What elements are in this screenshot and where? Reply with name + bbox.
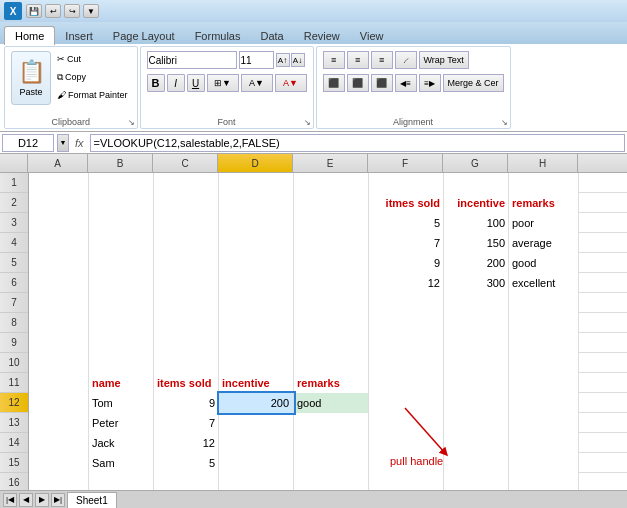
- cell-a14[interactable]: [29, 433, 89, 453]
- cell-h8[interactable]: [509, 313, 579, 333]
- cell-a10[interactable]: [29, 353, 89, 373]
- col-header-c[interactable]: C: [153, 154, 218, 172]
- cell-d3[interactable]: [219, 213, 294, 233]
- cell-h1[interactable]: [509, 173, 579, 193]
- cell-c6[interactable]: [154, 273, 219, 293]
- cell-a15[interactable]: [29, 453, 89, 473]
- cell-g4[interactable]: 150: [444, 233, 509, 253]
- align-right[interactable]: ⬛: [371, 74, 393, 92]
- cell-c15[interactable]: 5: [154, 453, 219, 473]
- cell-f15[interactable]: [369, 453, 444, 473]
- tab-insert[interactable]: Insert: [55, 27, 103, 45]
- cell-c7[interactable]: [154, 293, 219, 313]
- align-top-right[interactable]: ≡: [371, 51, 393, 69]
- cell-h15[interactable]: [509, 453, 579, 473]
- clipboard-expander[interactable]: ↘: [128, 118, 135, 127]
- sheet-nav-next[interactable]: ▶: [35, 493, 49, 507]
- fill-color-button[interactable]: A▼: [241, 74, 273, 92]
- cell-c11[interactable]: items sold: [154, 373, 219, 393]
- cell-d12[interactable]: 200: [219, 393, 294, 413]
- cell-a3[interactable]: [29, 213, 89, 233]
- col-header-a[interactable]: A: [28, 154, 88, 172]
- cell-d14[interactable]: [219, 433, 294, 453]
- cell-c10[interactable]: [154, 353, 219, 373]
- cell-c16[interactable]: [154, 473, 219, 490]
- row-num-7[interactable]: 7: [0, 293, 28, 313]
- cell-e11[interactable]: remarks: [294, 373, 369, 393]
- tab-review[interactable]: Review: [294, 27, 350, 45]
- cell-d15[interactable]: [219, 453, 294, 473]
- alignment-expander[interactable]: ↘: [501, 118, 508, 127]
- align-left[interactable]: ⬛: [323, 74, 345, 92]
- indent-decrease[interactable]: ◀≡: [395, 74, 417, 92]
- cell-e5[interactable]: [294, 253, 369, 273]
- font-size-decrease[interactable]: A↓: [291, 53, 305, 67]
- cell-b14[interactable]: Jack: [89, 433, 154, 453]
- sheet-nav-prev[interactable]: ◀: [19, 493, 33, 507]
- row-num-5[interactable]: 5: [0, 253, 28, 273]
- cell-g6[interactable]: 300: [444, 273, 509, 293]
- cell-d16[interactable]: [219, 473, 294, 490]
- cell-b13[interactable]: Peter: [89, 413, 154, 433]
- cell-e1[interactable]: [294, 173, 369, 193]
- paste-button[interactable]: 📋 Paste: [11, 51, 51, 105]
- cell-d6[interactable]: [219, 273, 294, 293]
- cell-reference[interactable]: [2, 134, 54, 152]
- cell-c12[interactable]: 9: [154, 393, 219, 413]
- cell-d7[interactable]: [219, 293, 294, 313]
- row-num-9[interactable]: 9: [0, 333, 28, 353]
- cell-b6[interactable]: [89, 273, 154, 293]
- cell-e8[interactable]: [294, 313, 369, 333]
- cell-g1[interactable]: [444, 173, 509, 193]
- cell-d5[interactable]: [219, 253, 294, 273]
- cell-h2[interactable]: remarks: [509, 193, 579, 213]
- cell-ref-dropdown[interactable]: ▼: [57, 134, 69, 152]
- cell-h4[interactable]: average: [509, 233, 579, 253]
- cell-a2[interactable]: [29, 193, 89, 213]
- align-center[interactable]: ⬛: [347, 74, 369, 92]
- cell-b4[interactable]: [89, 233, 154, 253]
- cell-e10[interactable]: [294, 353, 369, 373]
- cell-h12[interactable]: [509, 393, 579, 413]
- cell-f16[interactable]: [369, 473, 444, 490]
- font-color-button[interactable]: A▼: [275, 74, 307, 92]
- sheet-nav-last[interactable]: ▶|: [51, 493, 65, 507]
- row-num-3[interactable]: 3: [0, 213, 28, 233]
- cell-f9[interactable]: [369, 333, 444, 353]
- cell-g14[interactable]: [444, 433, 509, 453]
- cell-c8[interactable]: [154, 313, 219, 333]
- cell-f8[interactable]: [369, 313, 444, 333]
- cell-d4[interactable]: [219, 233, 294, 253]
- cell-e6[interactable]: [294, 273, 369, 293]
- quick-save-icon[interactable]: 💾: [26, 4, 42, 18]
- cell-a4[interactable]: [29, 233, 89, 253]
- row-num-2[interactable]: 2: [0, 193, 28, 213]
- cell-b11[interactable]: name: [89, 373, 154, 393]
- cut-button[interactable]: ✂ Cut: [54, 51, 131, 67]
- cell-f10[interactable]: [369, 353, 444, 373]
- cell-f11[interactable]: [369, 373, 444, 393]
- cell-f2[interactable]: itmes sold: [369, 193, 444, 213]
- copy-button[interactable]: ⧉ Copy: [54, 69, 131, 85]
- cell-e12[interactable]: good: [294, 393, 369, 413]
- cell-f3[interactable]: 5: [369, 213, 444, 233]
- underline-button[interactable]: U: [187, 74, 205, 92]
- cell-g12[interactable]: [444, 393, 509, 413]
- row-num-11[interactable]: 11: [0, 373, 28, 393]
- cell-e13[interactable]: [294, 413, 369, 433]
- sheet-tab-1[interactable]: Sheet1: [67, 492, 117, 508]
- cell-c3[interactable]: [154, 213, 219, 233]
- cell-d2[interactable]: [219, 193, 294, 213]
- format-painter-button[interactable]: 🖌 Format Painter: [54, 87, 131, 103]
- cell-c2[interactable]: [154, 193, 219, 213]
- row-num-14[interactable]: 14: [0, 433, 28, 453]
- cell-h11[interactable]: [509, 373, 579, 393]
- align-top-center[interactable]: ≡: [347, 51, 369, 69]
- cell-g9[interactable]: [444, 333, 509, 353]
- row-num-15[interactable]: 15: [0, 453, 28, 473]
- cell-h10[interactable]: [509, 353, 579, 373]
- align-top-left[interactable]: ≡: [323, 51, 345, 69]
- font-size-input[interactable]: [239, 51, 274, 69]
- cell-f6[interactable]: 12: [369, 273, 444, 293]
- cell-g2[interactable]: incentive: [444, 193, 509, 213]
